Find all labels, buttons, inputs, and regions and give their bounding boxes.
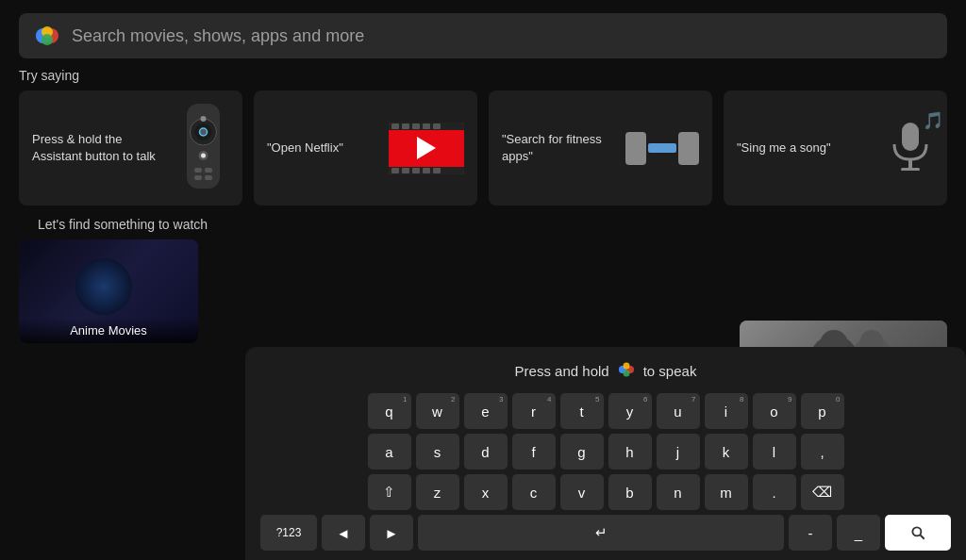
to-speak-label: to speak [643, 363, 697, 379]
anime-movies-card[interactable]: Anime Movies [19, 239, 198, 343]
svg-point-10 [201, 154, 206, 158]
netflix-icon [389, 123, 464, 174]
svg-point-28 [912, 527, 921, 535]
svg-rect-11 [194, 168, 202, 173]
keyboard: 1q 2w 3e 4r 5t 6y 7u 8i 9o 0p a s d f g … [260, 393, 951, 551]
svg-point-8 [200, 128, 208, 136]
key-i[interactable]: 8i [705, 393, 748, 429]
search-icon [909, 524, 926, 541]
key-d[interactable]: d [464, 434, 508, 469]
key-left[interactable]: ◄ [322, 515, 365, 551]
key-r[interactable]: 4r [512, 393, 556, 429]
key-z[interactable]: z [416, 474, 459, 510]
svg-point-26 [623, 363, 629, 370]
key-k[interactable]: k [705, 434, 748, 469]
svg-rect-12 [205, 168, 212, 173]
key-o[interactable]: 9o [753, 393, 796, 429]
key-w[interactable]: 2w [416, 393, 459, 429]
key-v[interactable]: v [560, 474, 604, 510]
key-symbols[interactable]: ?123 [260, 515, 317, 551]
key-q[interactable]: 1q [368, 393, 411, 429]
svg-point-15 [201, 116, 207, 122]
key-p[interactable]: 0p [801, 393, 844, 429]
svg-point-4 [42, 34, 53, 45]
key-backspace[interactable]: ⌫ [801, 474, 844, 510]
try-card-sing: "Sing me a song" 🎵 [724, 91, 947, 206]
find-section-title: Let's find something to watch [38, 217, 928, 232]
key-e[interactable]: 3e [464, 393, 508, 429]
key-row-4: ?123 ◄ ► ↵ - _ [260, 515, 951, 551]
key-m[interactable]: m [705, 474, 748, 510]
key-y[interactable]: 6y [608, 393, 652, 429]
key-comma[interactable]: , [801, 434, 844, 469]
try-card-netflix: "Open Netflix" [254, 91, 477, 206]
svg-rect-18 [901, 168, 920, 171]
key-s[interactable]: s [416, 434, 459, 469]
press-hold-text: Press and hold to speak [260, 358, 951, 384]
try-card-fitness-text: "Search for fitness apps" [502, 131, 618, 165]
key-n[interactable]: n [657, 474, 700, 510]
try-card-fitness: "Search for fitness apps" [489, 91, 712, 206]
key-g[interactable]: g [560, 434, 604, 469]
svg-rect-14 [205, 175, 212, 180]
key-j[interactable]: j [657, 434, 700, 469]
try-card-sing-text: "Sing me a song" [737, 140, 879, 156]
key-dash[interactable]: - [789, 515, 832, 551]
key-shift[interactable]: ⇧ [368, 474, 411, 510]
microphone-icon: 🎵 [887, 118, 934, 179]
press-hold-label: Press and hold [515, 363, 609, 379]
key-b[interactable]: b [608, 474, 652, 510]
key-a[interactable]: a [368, 434, 411, 469]
remote-icon [177, 104, 229, 192]
key-t[interactable]: 5t [560, 393, 604, 429]
svg-rect-17 [908, 159, 912, 169]
key-h[interactable]: h [608, 434, 652, 469]
try-card-netflix-text: "Open Netflix" [267, 140, 381, 156]
svg-rect-13 [194, 175, 202, 180]
key-x[interactable]: x [464, 474, 508, 510]
key-row-3: ⇧ z x c v b n m . ⌫ [260, 474, 951, 510]
try-card-remote-text: Press & hold the Assistant button to tal… [32, 131, 170, 165]
svg-point-27 [623, 371, 629, 377]
try-saying-title: Try saying [19, 68, 947, 83]
keyboard-overlay: Press and hold to speak 1q 2w 3e 4r 5t 6… [245, 347, 966, 560]
try-saying-cards: Press & hold the Assistant button to tal… [19, 91, 947, 206]
key-row-1: 1q 2w 3e 4r 5t 6y 7u 8i 9o 0p [260, 393, 951, 429]
key-row-2: a s d f g h j k l , [260, 434, 951, 469]
music-notes-icon: 🎵 [923, 110, 943, 131]
key-c[interactable]: c [512, 474, 556, 510]
dumbbell-icon [625, 132, 699, 165]
key-underscore[interactable]: _ [837, 515, 880, 551]
key-space[interactable]: ↵ [418, 515, 784, 551]
search-bar[interactable]: Search movies, shows, apps and more [19, 13, 947, 58]
search-placeholder: Search movies, shows, apps and more [72, 26, 364, 46]
key-search[interactable] [885, 515, 951, 551]
google-assistant-icon [34, 23, 60, 49]
key-right[interactable]: ► [370, 515, 413, 551]
key-period[interactable]: . [753, 474, 796, 510]
key-l[interactable]: l [753, 434, 796, 469]
svg-rect-16 [902, 123, 919, 151]
try-card-remote: Press & hold the Assistant button to tal… [19, 91, 242, 206]
assistant-dots-icon [615, 358, 638, 384]
key-f[interactable]: f [512, 434, 556, 469]
key-u[interactable]: 7u [657, 393, 700, 429]
svg-line-29 [920, 535, 924, 539]
anime-movies-label: Anime Movies [19, 318, 198, 343]
